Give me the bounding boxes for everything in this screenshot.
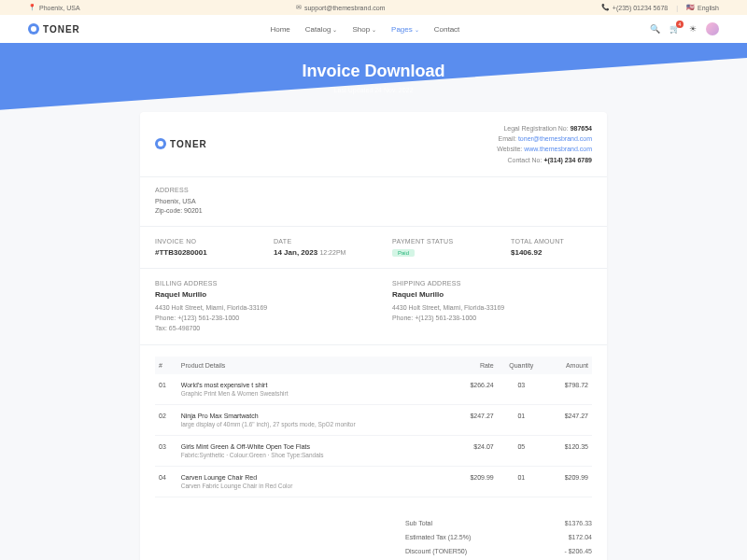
invoice-logo: TONER <box>155 123 207 165</box>
navbar: TONER Home Catalog ⌄ Shop ⌄ Pages ⌄ Cont… <box>0 15 747 43</box>
legal-email-link[interactable]: toner@themesbrand.com <box>518 135 592 142</box>
billing-tax: Tax: 65-498700 <box>155 323 355 333</box>
chevron-down-icon: ⌄ <box>415 26 419 33</box>
nav-contact[interactable]: Contact <box>434 25 460 34</box>
contact-label: Contact No: <box>508 157 543 163</box>
nav-shop[interactable]: Shop ⌄ <box>352 25 376 34</box>
cart-button[interactable]: 🛒4 <box>669 24 680 34</box>
subtotal-value: $1376.33 <box>536 520 592 526</box>
date-time: 12:22PM <box>319 249 345 256</box>
row-rate: $247.27 <box>451 405 498 436</box>
legal-website-link[interactable]: www.themesbrand.com <box>524 146 592 152</box>
shipping-street: 4430 Holt Street, Miami, Florida-33169 <box>392 302 592 313</box>
row-amount: $798.72 <box>545 374 592 405</box>
row-rate: $209.99 <box>451 467 498 497</box>
website-label: Website: <box>497 146 522 152</box>
tax-value: $172.04 <box>536 534 592 540</box>
logo-icon <box>28 23 39 35</box>
topbar-location: 📍 Phoenix, USA <box>28 4 80 11</box>
invoice-card: TONER Legal Registration No: 987654 Emai… <box>140 112 607 560</box>
brand-text: TONER <box>170 139 207 149</box>
row-details: Carven Lounge Chair RedCarven Fabric Lou… <box>177 467 451 497</box>
nav-menu: Home Catalog ⌄ Shop ⌄ Pages ⌄ Contact <box>270 25 459 34</box>
row-num: 01 <box>155 374 177 405</box>
invoice-no-value: #TTB30280001 <box>155 248 236 257</box>
status-badge: Paid <box>392 249 415 257</box>
avatar[interactable] <box>706 22 719 35</box>
billing-street: 4430 Holt Street, Miami, Florida-33169 <box>155 302 355 313</box>
billing-label: BILLING ADDRESS <box>155 280 355 287</box>
invoice-meta: INVOICE NO #TTB30280001 DATE 14 Jan, 202… <box>140 227 607 269</box>
col-rate: Rate <box>451 357 498 374</box>
row-qty: 01 <box>498 405 545 436</box>
table-row: 04 Carven Lounge Chair RedCarven Fabric … <box>155 467 592 497</box>
subtotal-label: Sub Total <box>405 520 499 526</box>
page-subtitle: Last Updated 24 Nov, 2022 <box>0 87 747 93</box>
search-icon[interactable]: 🔍 <box>650 24 660 34</box>
language-selector[interactable]: English <box>698 5 719 11</box>
shipping-name: Raquel Murillo <box>392 290 592 299</box>
billing-address: BILLING ADDRESS Raquel Murillo 4430 Holt… <box>155 280 355 334</box>
email-icon: ✉ <box>296 4 302 11</box>
row-details: World's most expensive t shirtGraphic Pr… <box>177 374 451 405</box>
row-num: 03 <box>155 436 177 467</box>
invoice-no-label: INVOICE NO <box>155 238 236 245</box>
date-label: DATE <box>274 238 355 245</box>
address-line1: Phoenix, USA <box>155 197 592 207</box>
row-amount: $120.35 <box>545 436 592 467</box>
reg-label: Legal Registration No: <box>503 125 568 132</box>
row-rate: $24.07 <box>451 436 498 467</box>
legal-info: Legal Registration No: 987654 Email: ton… <box>497 123 592 165</box>
address-label: ADDRESS <box>155 187 592 193</box>
address-line2: Zip-code: 90201 <box>155 206 592 217</box>
discount-label: Discount (TONER50) <box>405 548 499 554</box>
nav-icons: 🔍 🛒4 ☀ <box>650 22 719 35</box>
nav-catalog[interactable]: Catalog ⌄ <box>305 25 338 34</box>
addresses: BILLING ADDRESS Raquel Murillo 4430 Holt… <box>140 269 607 346</box>
reg-value: 987654 <box>571 125 592 132</box>
location-icon: 📍 <box>28 4 36 11</box>
totals: Sub Total$1376.33 Estimated Tax (12.5%)$… <box>140 509 607 560</box>
cart-badge: 4 <box>676 21 684 28</box>
row-qty: 01 <box>498 467 545 497</box>
row-details: Ninja Pro Max Smartwatchlarge display of… <box>177 405 451 436</box>
row-qty: 05 <box>498 436 545 467</box>
status-label: PAYMENT STATUS <box>392 238 473 245</box>
page-title: Invoice Download <box>0 62 747 81</box>
contact-value: +(314) 234 6789 <box>543 157 592 163</box>
nav-pages[interactable]: Pages ⌄ <box>391 25 419 34</box>
logo-icon <box>155 138 166 149</box>
brand-text: TONER <box>43 24 80 35</box>
table-row: 01 World's most expensive t shirtGraphic… <box>155 374 592 405</box>
col-num: # <box>155 357 177 374</box>
table-row: 02 Ninja Pro Max Smartwatchlarge display… <box>155 405 592 436</box>
nav-home[interactable]: Home <box>270 25 289 34</box>
date-value: 14 Jan, 2023 <box>274 248 317 257</box>
divider: | <box>676 5 678 11</box>
phone-text: +(235) 01234 5678 <box>613 5 668 11</box>
products-table: # Product Details Rate Quantity Amount 0… <box>140 345 607 509</box>
row-num: 04 <box>155 467 177 497</box>
theme-toggle-icon[interactable]: ☀ <box>689 24 697 34</box>
table-row: 03 Girls Mint Green & Off-White Open Toe… <box>155 436 592 467</box>
row-amount: $209.99 <box>545 467 592 497</box>
chevron-down-icon: ⌄ <box>332 26 337 33</box>
billing-phone: Phone: +(123) 561-238-1000 <box>155 313 355 323</box>
email-text: support@themesbrand.com <box>304 5 385 11</box>
phone-icon: 📞 <box>601 4 610 11</box>
shipping-label: SHIPPING ADDRESS <box>392 280 592 287</box>
col-details: Product Details <box>177 357 451 374</box>
shipping-phone: Phone: +(123) 561-238-1000 <box>392 313 592 323</box>
brand-logo[interactable]: TONER <box>28 23 80 35</box>
col-qty: Quantity <box>498 357 545 374</box>
row-amount: $247.27 <box>545 405 592 436</box>
email-label: Email: <box>499 135 516 142</box>
topbar: 📍 Phoenix, USA ✉ support@themesbrand.com… <box>0 0 747 15</box>
row-num: 02 <box>155 405 177 436</box>
col-amount: Amount <box>545 357 592 374</box>
topbar-email[interactable]: ✉ support@themesbrand.com <box>296 4 385 11</box>
discount-value: - $206.45 <box>536 548 592 554</box>
tax-label: Estimated Tax (12.5%) <box>405 534 499 540</box>
row-qty: 03 <box>498 374 545 405</box>
company-address: ADDRESS Phoenix, USA Zip-code: 90201 <box>140 177 607 227</box>
